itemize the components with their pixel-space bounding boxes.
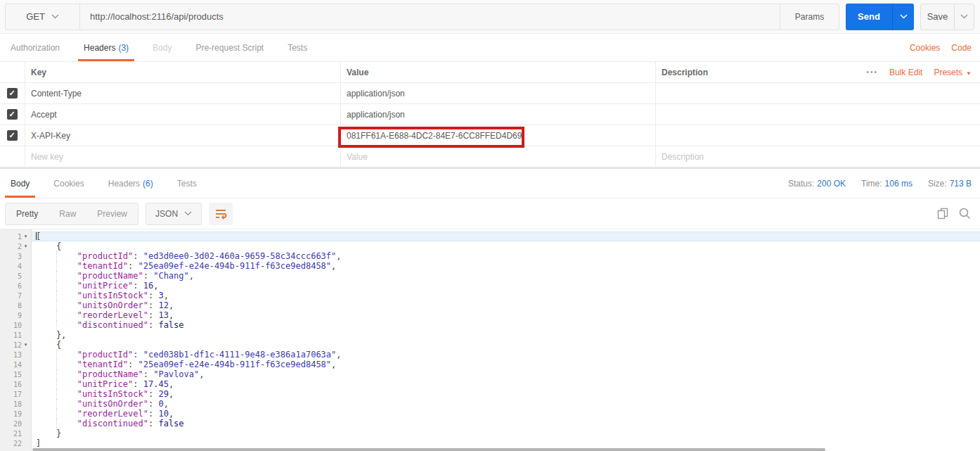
response-body-editor[interactable]: 1▾2▾3456789101112▾13141516171819202122 [… (0, 229, 980, 451)
bulk-edit-link[interactable]: Bulk Edit (889, 68, 922, 77)
key-field[interactable]: Content-Type (25, 83, 340, 103)
code-line[interactable]: "productName": "Pavlova", (32, 369, 980, 379)
code-line[interactable]: "discontinued": false (32, 419, 980, 428)
view-pretty-button[interactable]: Pretty (6, 203, 49, 224)
header-row: Content-Type application/json (0, 83, 980, 104)
tab-headers[interactable]: Headers(3) (78, 34, 134, 61)
value-field[interactable]: application/json (340, 104, 655, 125)
search-icon (958, 207, 972, 220)
select-all-cell (0, 62, 25, 82)
save-label: Save (921, 4, 954, 30)
gutter-line[interactable]: 12▾ (0, 340, 31, 350)
editor-code[interactable]: [ { "productId": "ed3d0ee0-3d02-460a-965… (32, 229, 980, 451)
code-line[interactable]: { (32, 340, 980, 350)
response-panel: Body Cookies Headers(6) Tests Status:200… (0, 167, 980, 451)
fold-arrow-icon[interactable]: ▾ (22, 234, 30, 239)
word-wrap-icon (214, 208, 227, 220)
save-button[interactable]: Save (920, 4, 974, 30)
description-field[interactable] (655, 83, 851, 103)
search-button[interactable] (958, 207, 972, 220)
tab-authorization[interactable]: Authorization (5, 34, 65, 61)
code-line[interactable]: "reorderLevel": 10, (32, 409, 980, 419)
gutter-line: 16 (0, 379, 31, 389)
view-preview-button[interactable]: Preview (86, 203, 138, 224)
gutter-line: 15 (0, 369, 31, 379)
code-line[interactable]: "unitPrice": 17.45, (32, 379, 980, 389)
code-link[interactable]: Code (951, 43, 972, 53)
status-value: 200 OK (817, 179, 846, 189)
description-field[interactable] (655, 104, 851, 125)
fold-arrow-icon[interactable]: ▾ (22, 243, 30, 249)
more-options-icon[interactable]: ••• (867, 68, 879, 76)
key-field[interactable]: Accept (25, 104, 340, 125)
code-line[interactable]: "productId": "ced038b1-df1c-4111-9e48-e3… (32, 350, 980, 360)
tab-response-cookies[interactable]: Cookies (48, 169, 89, 198)
tab-pre-request-script[interactable]: Pre-request Script (190, 34, 269, 61)
key-field[interactable]: X-API-Key (25, 125, 340, 146)
size-label: Size: (928, 179, 947, 189)
header-new-row: New key Value Description (0, 146, 980, 167)
chevron-down-icon (51, 14, 59, 19)
format-select[interactable]: JSON (146, 203, 202, 225)
description-field[interactable] (655, 125, 851, 146)
headers-table-header: Key Value Description ••• Bulk Edit Pres… (0, 62, 980, 83)
fold-arrow-icon[interactable]: ▾ (22, 342, 30, 348)
new-value-field[interactable]: Value (340, 146, 655, 167)
column-key: Key (25, 62, 340, 82)
size-badge: Size:713 B (928, 179, 972, 189)
tab-label: Body (153, 43, 172, 53)
presets-dropdown[interactable]: Presets▼ (934, 68, 972, 77)
format-label: JSON (155, 209, 178, 219)
chevron-down-icon (184, 211, 192, 216)
code-line[interactable]: "unitPrice": 16, (32, 281, 980, 291)
save-dropdown[interactable] (954, 4, 974, 30)
code-line[interactable]: "tenantId": "25ea09ef-e24e-494b-911f-f63… (32, 360, 980, 369)
copy-button[interactable] (936, 207, 950, 220)
tab-response-body[interactable]: Body (5, 169, 35, 198)
code-line[interactable]: "productId": "ed3d0ee0-3d02-460a-9659-58… (32, 251, 980, 261)
tab-response-headers[interactable]: Headers(6) (103, 169, 159, 198)
gutter-line: 11 (0, 330, 31, 340)
send-dropdown[interactable] (892, 4, 914, 30)
send-button[interactable]: Send (846, 4, 914, 30)
params-button[interactable]: Params (780, 4, 839, 30)
tab-tests[interactable]: Tests (282, 34, 313, 61)
code-line[interactable]: }, (32, 330, 980, 340)
code-line[interactable]: [ (32, 231, 980, 241)
code-line[interactable]: "tenantId": "25ea09ef-e24e-494b-911f-f63… (32, 261, 980, 271)
value-field[interactable]: application/json (340, 83, 655, 103)
code-line[interactable]: "unitsOnOrder": 12, (32, 300, 980, 310)
code-line[interactable]: } (32, 428, 980, 438)
tab-response-tests[interactable]: Tests (172, 169, 202, 198)
word-wrap-button[interactable] (209, 203, 233, 225)
row-checkbox[interactable] (7, 88, 18, 99)
code-line[interactable]: "reorderLevel": 13, (32, 310, 980, 320)
headers-table: Key Value Description ••• Bulk Edit Pres… (0, 62, 980, 167)
code-line[interactable]: "unitsInStock": 3, (32, 291, 980, 300)
tab-count: (6) (143, 179, 153, 189)
value-field[interactable]: 081FF61A-E688-4DC2-84E7-6CC8FFED4D69 (340, 125, 655, 146)
tab-label: Headers (108, 179, 140, 189)
tab-body[interactable]: Body (147, 34, 177, 61)
gutter-line[interactable]: 2▾ (0, 241, 31, 251)
row-checkbox[interactable] (7, 130, 18, 141)
code-line[interactable]: "unitsInStock": 29, (32, 389, 980, 399)
code-line[interactable]: { (32, 241, 980, 251)
code-line[interactable]: ] (32, 438, 980, 448)
row-checkbox[interactable] (7, 109, 18, 120)
code-line[interactable]: "unitsOnOrder": 0, (32, 399, 980, 409)
editor-gutter: 1▾2▾3456789101112▾13141516171819202122 (0, 229, 32, 451)
copy-icon (936, 207, 950, 220)
tab-count: (3) (118, 43, 129, 53)
method-select[interactable]: GET (6, 4, 80, 30)
column-description: Description (655, 62, 851, 82)
gutter-line[interactable]: 1▾ (0, 231, 31, 241)
cookies-link[interactable]: Cookies (910, 43, 940, 53)
view-raw-button[interactable]: Raw (49, 203, 86, 224)
code-line[interactable]: "productName": "Chang", (32, 271, 980, 281)
code-line[interactable]: "discontinued": false (32, 320, 980, 330)
new-description-field[interactable]: Description (655, 146, 851, 167)
url-input[interactable]: http://localhost:2116/api/products (80, 4, 780, 30)
editor-horizontal-scrollbar[interactable] (32, 448, 825, 451)
new-key-field[interactable]: New key (25, 146, 340, 167)
